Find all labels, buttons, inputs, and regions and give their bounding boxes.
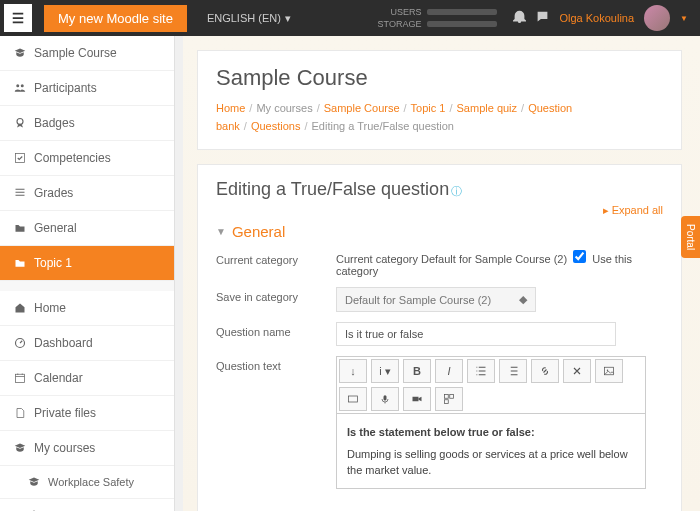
toolbar-video-button[interactable] xyxy=(403,387,431,411)
toolbar-record-button[interactable] xyxy=(371,387,399,411)
svg-rect-6 xyxy=(349,396,358,402)
sidebar-item-home[interactable]: Home xyxy=(0,291,174,326)
form-heading: Editing a True/False questionⓘ xyxy=(216,179,663,200)
user-name[interactable]: Olga Kokoulina xyxy=(559,12,634,24)
collapse-icon: ▼ xyxy=(216,226,226,237)
sidebar-scrollbar[interactable] xyxy=(175,36,183,511)
toolbar-style-button[interactable]: i ▾ xyxy=(371,359,399,383)
toolbar-ol-button[interactable] xyxy=(499,359,527,383)
toolbar-bold-button[interactable]: B xyxy=(403,359,431,383)
breadcrumb-item[interactable]: Home xyxy=(216,102,245,114)
form-card: Editing a True/False questionⓘ ▸ Expand … xyxy=(197,164,682,511)
svg-rect-8 xyxy=(413,397,419,402)
sidebar-item-workplace-safety[interactable]: Workplace Safety xyxy=(0,466,174,499)
toolbar-manage-button[interactable] xyxy=(435,387,463,411)
svg-rect-7 xyxy=(384,395,387,400)
toolbar-italic-button[interactable]: I xyxy=(435,359,463,383)
label-question-text: Question text xyxy=(216,356,336,372)
svg-rect-10 xyxy=(450,395,454,399)
breadcrumb-item[interactable]: Topic 1 xyxy=(411,102,446,114)
toolbar-image-button[interactable] xyxy=(595,359,623,383)
toolbar-media-button[interactable] xyxy=(339,387,367,411)
question-name-input[interactable] xyxy=(336,322,616,346)
rich-text-editor: ↓ i ▾ B I xyxy=(336,356,646,489)
save-category-select[interactable]: Default for Sample Course (2) ◆ xyxy=(336,287,536,312)
sidebar-item-sample-course[interactable]: Sample Course xyxy=(0,499,174,511)
breadcrumb-item: Editing a True/False question xyxy=(312,120,454,132)
sidebar-item-topic-1[interactable]: Topic 1 xyxy=(0,246,174,281)
chevron-down-icon: ▾ xyxy=(285,12,291,25)
sidebar-item-grades[interactable]: Grades xyxy=(0,176,174,211)
toolbar-toggle-button[interactable]: ↓ xyxy=(339,359,367,383)
breadcrumb-item[interactable]: Sample Course xyxy=(324,102,400,114)
header-card: Sample Course Home/My courses/Sample Cou… xyxy=(197,50,682,150)
toolbar-link-button[interactable] xyxy=(531,359,559,383)
main-content: Sample Course Home/My courses/Sample Cou… xyxy=(183,36,700,511)
top-bar: My new Moodle site ENGLISH (EN) ▾ USERS … xyxy=(0,0,700,36)
label-current-category: Current category xyxy=(216,250,336,266)
svg-rect-9 xyxy=(445,395,449,399)
site-brand[interactable]: My new Moodle site xyxy=(44,5,187,32)
page-title: Sample Course xyxy=(216,65,663,91)
sidebar-item-sample-course[interactable]: Sample Course xyxy=(0,36,174,71)
breadcrumb-item[interactable]: Questions xyxy=(251,120,301,132)
select-chevron-icon: ◆ xyxy=(519,293,527,306)
sidebar-item-dashboard[interactable]: Dashboard xyxy=(0,326,174,361)
sidebar-item-badges[interactable]: Badges xyxy=(0,106,174,141)
avatar[interactable] xyxy=(644,5,670,31)
sidebar-item-my-courses[interactable]: My courses xyxy=(0,431,174,466)
expand-all-link[interactable]: ▸ Expand all xyxy=(216,204,663,217)
label-save-category: Save in category xyxy=(216,287,336,303)
sidebar-item-calendar[interactable]: Calendar xyxy=(0,361,174,396)
messages-icon[interactable] xyxy=(536,10,549,26)
section-general[interactable]: ▼ General xyxy=(216,223,663,240)
breadcrumb-item[interactable]: Sample quiz xyxy=(457,102,518,114)
sidebar-item-participants[interactable]: Participants xyxy=(0,71,174,106)
toolbar-ul-button[interactable] xyxy=(467,359,495,383)
breadcrumb: Home/My courses/Sample Course/Topic 1/Sa… xyxy=(216,99,663,135)
breadcrumb-item: My courses xyxy=(256,102,312,114)
help-icon[interactable]: ⓘ xyxy=(451,185,462,197)
sidebar: Sample CourseParticipantsBadgesCompetenc… xyxy=(0,36,175,511)
sidebar-item-competencies[interactable]: Competencies xyxy=(0,141,174,176)
sidebar-item-general[interactable]: General xyxy=(0,211,174,246)
svg-rect-3 xyxy=(16,374,25,382)
notifications-icon[interactable] xyxy=(513,10,526,26)
user-menu-chevron-icon[interactable]: ▼ xyxy=(680,14,688,23)
editor-content[interactable]: Is the statement below true or false: Du… xyxy=(337,414,645,488)
sidebar-item-private-files[interactable]: Private files xyxy=(0,396,174,431)
svg-rect-11 xyxy=(445,400,449,404)
label-question-name: Question name xyxy=(216,322,336,338)
portal-tab[interactable]: Portal xyxy=(681,216,700,258)
usage-metrics: USERS STORAGE xyxy=(378,6,498,30)
svg-point-0 xyxy=(17,119,23,125)
use-category-checkbox[interactable] xyxy=(573,250,586,263)
hamburger-icon xyxy=(11,11,25,25)
toolbar-unlink-button[interactable] xyxy=(563,359,591,383)
editor-toolbar: ↓ i ▾ B I xyxy=(337,357,645,414)
menu-toggle-button[interactable] xyxy=(4,4,32,32)
language-selector[interactable]: ENGLISH (EN) ▾ xyxy=(207,12,291,25)
